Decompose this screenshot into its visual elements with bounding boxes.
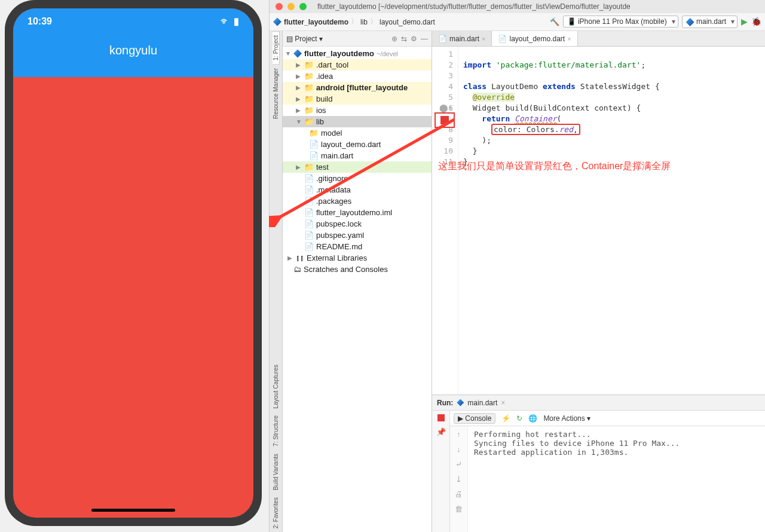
down-icon[interactable]: ↓ [457, 445, 461, 454]
tree-item[interactable]: test [316, 163, 329, 172]
tree-item[interactable]: build [316, 94, 332, 103]
more-actions-dropdown[interactable]: More Actions ▾ [543, 414, 590, 423]
hot-restart-icon[interactable]: ↻ [516, 414, 522, 423]
tree-item[interactable]: ios [316, 106, 326, 115]
debug-button[interactable]: 🐞 [751, 17, 761, 26]
run-target[interactable]: main.dart [467, 399, 497, 407]
tab-layout-demo[interactable]: 📄layout_demo.dart× [492, 31, 577, 46]
toolbar: flutter_layoutdemo 〉 lib 〉 layout_demo.d… [270, 13, 765, 31]
project-tool-button[interactable]: 1: Project [273, 31, 280, 65]
device-selector[interactable]: 📱 iPhone 11 Pro Max (mobile) [563, 16, 678, 27]
tree-item[interactable]: .gitignore [316, 174, 348, 183]
chevron-right-icon: 〉 [351, 17, 358, 27]
scroll-to-end-icon[interactable]: ⤓ [455, 475, 462, 484]
status-time: 10:39 [27, 16, 52, 27]
project-view-selector[interactable]: ▤ Project ▾ [286, 35, 323, 43]
tree-item[interactable]: flutter_layoutdemo.iml [316, 208, 392, 217]
status-bar: 10:39 ᯤ ▮ [13, 8, 253, 27]
structure-button[interactable]: 7: Structure [273, 412, 279, 450]
wifi-icon: ᯤ [221, 16, 230, 27]
project-tree[interactable]: ▼ flutter_layoutdemo ~/devel ▶📁.dart_too… [283, 47, 432, 532]
project-panel-header: ▤ Project ▾ ⊕ ⇆ ⚙ — [283, 31, 432, 47]
status-icons: ᯤ ▮ [221, 16, 239, 27]
file-icon: 📄 [304, 219, 314, 228]
maximize-window-button[interactable] [299, 3, 307, 10]
print-icon[interactable]: 🖨 [455, 490, 463, 499]
close-icon[interactable]: × [501, 399, 505, 407]
run-panel-header: Run: main.dart × [432, 395, 765, 411]
run-button[interactable]: ▶ [741, 17, 748, 26]
layout-captures-button[interactable]: Layout Captures [273, 361, 279, 412]
hot-reload-icon[interactable]: ⚡ [501, 414, 510, 423]
file-icon: 📄 [304, 231, 314, 240]
tree-item[interactable]: layout_demo.dart [321, 140, 381, 149]
editor-tabs: 📄main.dart× 📄layout_demo.dart× [432, 31, 765, 47]
hide-icon[interactable]: — [421, 35, 428, 43]
tree-root[interactable]: flutter_layoutdemo [304, 49, 374, 58]
tree-item[interactable]: main.dart [321, 151, 353, 160]
scratches-icon: 🗂 [293, 265, 301, 274]
run-panel: Run: main.dart × 📌 ▶ Console ⚡ ↻ [432, 395, 765, 532]
up-icon[interactable]: ↑ [457, 430, 461, 439]
code-editor[interactable]: 12345 ⬤↑6891011 import 'package:flutter/… [432, 47, 765, 395]
tree-item[interactable]: .metadata [316, 185, 351, 194]
console-side-toolbar: ↑ ↓ ⤶ ⤓ 🖨 🗑 [450, 426, 468, 532]
hammer-icon[interactable]: 🔨 [550, 17, 559, 26]
line-gutter: 12345 ⬤↑6891011 [432, 47, 458, 395]
tab-main[interactable]: 📄main.dart× [432, 31, 492, 46]
stop-button[interactable] [437, 414, 445, 421]
window-title: flutter_layoutdemo [~/development/study/… [311, 2, 765, 11]
tree-item[interactable]: README.md [316, 242, 362, 251]
minimize-window-button[interactable] [287, 3, 295, 10]
run-config-selector[interactable]: main.dart [682, 16, 738, 28]
tree-item[interactable]: External Libraries [307, 253, 367, 262]
chevron-right-icon: 〉 [370, 17, 377, 27]
target-icon[interactable]: ⊕ [391, 35, 397, 43]
tree-item[interactable]: .packages [316, 197, 351, 206]
console-tab[interactable]: ▶ Console [454, 413, 495, 424]
breadcrumb-file[interactable]: layout_demo.dart [380, 18, 435, 26]
phone-frame: DEBUG 10:39 ᯤ ▮ kongyulu [5, 0, 262, 526]
open-devtools-icon[interactable]: 🌐 [528, 414, 537, 423]
tree-item[interactable]: .dart_tool [316, 60, 348, 69]
ide-window: flutter_layoutdemo [~/development/study/… [269, 0, 765, 532]
file-icon: 📄 [304, 174, 314, 183]
dart-file-icon: 📄 [498, 35, 507, 43]
tree-item[interactable]: .idea [316, 72, 333, 81]
breadcrumb-folder[interactable]: lib [360, 18, 368, 26]
breadcrumb[interactable]: flutter_layoutdemo 〉 lib 〉 layout_demo.d… [284, 17, 435, 27]
file-icon: 📄 [304, 197, 314, 206]
clear-icon[interactable]: 🗑 [455, 505, 463, 513]
console-output[interactable]: Performing hot restart... Syncing files … [468, 426, 765, 532]
pin-icon[interactable]: 📌 [436, 427, 446, 436]
code-content[interactable]: import 'package:flutter/material.dart'; … [458, 47, 662, 395]
close-icon[interactable]: × [482, 35, 485, 42]
collapse-icon[interactable]: ⇆ [401, 35, 407, 43]
folder-icon: 📁 [304, 117, 314, 126]
dart-file-icon: 📄 [438, 35, 447, 43]
breadcrumb-root[interactable]: flutter_layoutdemo [284, 18, 348, 26]
phone-screen: DEBUG 10:39 ᯤ ▮ kongyulu [13, 8, 253, 518]
folder-icon: 📁 [304, 72, 314, 81]
folder-icon: 📁 [304, 60, 314, 69]
flutter-icon [293, 50, 302, 58]
tree-item[interactable]: pubspec.lock [316, 219, 362, 228]
flutter-icon [273, 18, 281, 26]
folder-icon: 📁 [304, 163, 314, 172]
tree-item[interactable]: pubspec.yaml [316, 231, 364, 240]
close-window-button[interactable] [276, 3, 283, 10]
gear-icon[interactable]: ⚙ [411, 35, 417, 43]
resource-manager-button[interactable]: Resource Manager [273, 65, 279, 123]
close-icon[interactable]: × [567, 35, 571, 42]
flutter-icon [457, 399, 464, 406]
tree-item[interactable]: android [flutter_layoutde [316, 83, 408, 92]
soft-wrap-icon[interactable]: ⤶ [455, 460, 462, 469]
favorites-button[interactable]: 2: Favorites [273, 494, 279, 532]
tree-item[interactable]: model [321, 129, 342, 137]
battery-icon: ▮ [234, 16, 239, 27]
tree-item[interactable]: Scratches and Consoles [304, 265, 388, 274]
folder-icon: 📁 [309, 129, 319, 137]
dart-file-icon: 📄 [309, 151, 319, 160]
tree-item-lib[interactable]: lib [316, 117, 324, 126]
build-variants-button[interactable]: Build Variants [273, 450, 279, 494]
